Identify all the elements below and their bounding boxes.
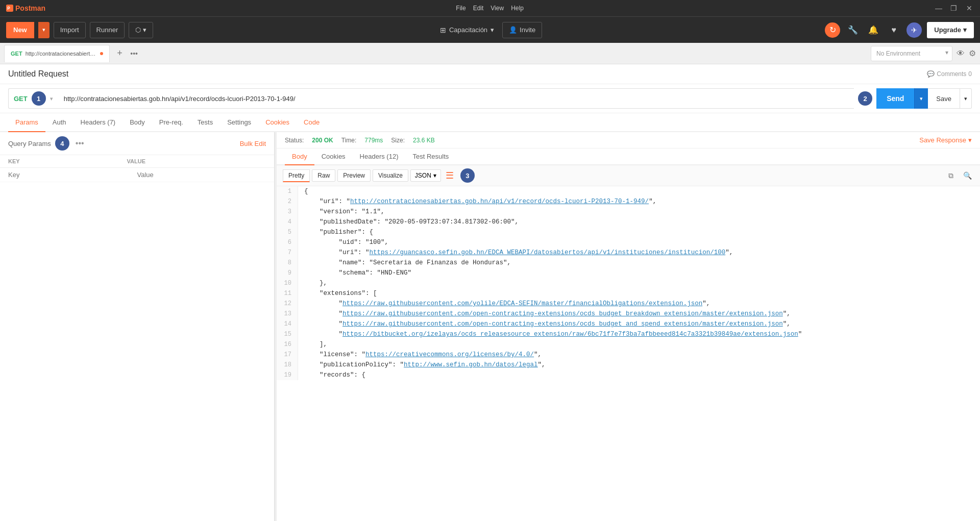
params-more-button[interactable]: •••: [74, 139, 86, 148]
code-line: 1{: [277, 186, 980, 196]
menu-edit[interactable]: Edit: [473, 5, 484, 12]
toolbar: New ▾ Import Runner ⬡ ▾ ⊞ Capacitación ▾…: [0, 16, 980, 43]
resp-tab-test-results[interactable]: Test Results: [405, 148, 456, 165]
code-line: 4 "publishedDate": "2020-05-09T23:07:34.…: [277, 217, 980, 227]
params-header-row: KEY VALUE: [0, 155, 274, 168]
send-button[interactable]: Send: [876, 88, 914, 109]
maximize-button[interactable]: ❐: [949, 4, 959, 12]
json-url-link[interactable]: http://www.sefin.gob.hn/datos/legal: [404, 361, 538, 368]
response-status: Status: 200 OK Time: 779ms Size: 23.6 KB…: [277, 132, 980, 148]
format-visualize-button[interactable]: Visualize: [373, 169, 408, 182]
save-dropdown-button[interactable]: ▾: [960, 88, 972, 109]
copy-button[interactable]: ⧉: [944, 169, 958, 182]
resp-tab-cookies[interactable]: Cookies: [314, 148, 353, 165]
tab-params[interactable]: Params: [8, 113, 45, 132]
runner-button[interactable]: Runner: [90, 22, 125, 38]
workspace-button[interactable]: ⊞ Capacitación ▾: [436, 24, 498, 36]
comments-label: Comments: [937, 70, 966, 78]
code-line: 6 "uid": "100",: [277, 237, 980, 247]
upgrade-chevron-icon: ▾: [963, 26, 967, 34]
close-button[interactable]: ✕: [965, 4, 974, 12]
line-content: "extensions": [: [298, 288, 980, 299]
line-number: 7: [277, 247, 298, 258]
invite-button[interactable]: 👤 Invite: [502, 22, 542, 38]
upgrade-button[interactable]: Upgrade ▾: [927, 22, 974, 38]
tab-code[interactable]: Code: [297, 113, 327, 132]
toolbar-right: ↻ 🔧 🔔 ♥ ✈ Upgrade ▾: [825, 22, 974, 38]
line-number: 14: [277, 319, 298, 329]
method-selector[interactable]: GET 1 ▾: [8, 88, 58, 109]
value-input[interactable]: [137, 171, 266, 179]
bulk-edit-button[interactable]: Bulk Edit: [240, 140, 266, 147]
line-content: "https://bitbucket.org/izelayas/ocds_rel…: [298, 329, 980, 339]
user-avatar-button[interactable]: ✈: [906, 22, 922, 38]
save-response-button[interactable]: Save Response ▾: [919, 136, 972, 144]
tab-body[interactable]: Body: [122, 113, 152, 132]
import-button[interactable]: Import: [54, 22, 86, 38]
tab-headers[interactable]: Headers (7): [74, 113, 123, 132]
tab-settings[interactable]: Settings: [220, 113, 258, 132]
code-area[interactable]: 1{2 "uri": "http://contratacionesabierta…: [277, 186, 980, 521]
env-dropdown[interactable]: No Environment: [871, 46, 952, 61]
json-selector[interactable]: JSON ▾: [410, 169, 441, 182]
format-raw-button[interactable]: Raw: [312, 169, 335, 182]
query-params-header: Query Params 4 ••• Bulk Edit: [0, 132, 274, 155]
format-icon-button[interactable]: ☰: [443, 169, 456, 182]
method-label: GET: [14, 95, 28, 103]
resp-tab-headers[interactable]: Headers (12): [353, 148, 406, 165]
json-url-link[interactable]: https://raw.githubusercontent.com/open-c…: [342, 320, 783, 328]
request-title: Untitled Request: [8, 69, 68, 79]
code-line: 14 "https://raw.githubusercontent.com/op…: [277, 319, 980, 329]
send-dropdown-button[interactable]: ▾: [914, 88, 928, 109]
key-input[interactable]: [8, 171, 137, 179]
tab-prereq[interactable]: Pre-req.: [152, 113, 190, 132]
code-line: 13 "https://raw.githubusercontent.com/op…: [277, 309, 980, 319]
line-content: "https://raw.githubusercontent.com/open-…: [298, 319, 980, 329]
minimize-button[interactable]: —: [934, 4, 943, 12]
json-url-link[interactable]: https://creativecommons.org/licenses/by/…: [365, 351, 534, 358]
request-tab[interactable]: GET http://contratacionesabiertas.g...: [4, 45, 110, 62]
menu-view[interactable]: View: [491, 5, 504, 12]
sync-button[interactable]: ↻: [825, 22, 840, 38]
json-url-link[interactable]: http://contratacionesabiertas.gob.hn/api…: [350, 198, 649, 205]
tab-modified-dot: [100, 52, 103, 55]
menu-file[interactable]: File: [456, 5, 465, 12]
status-label: Status:: [285, 137, 304, 144]
env-settings-button[interactable]: ⚙: [969, 48, 976, 58]
heart-button[interactable]: ♥: [886, 22, 901, 38]
json-url-link[interactable]: https://raw.githubusercontent.com/open-c…: [342, 310, 783, 317]
badge-3: 3: [460, 168, 475, 183]
json-url-link[interactable]: https://raw.githubusercontent.com/yolile…: [342, 300, 702, 307]
json-url-link[interactable]: https://guancasco.sefin.gob.hn/EDCA_WEBA…: [370, 249, 726, 256]
resp-tab-body[interactable]: Body: [285, 148, 314, 165]
line-content: "records": {: [298, 370, 980, 380]
workspace-label: Capacitación: [449, 26, 487, 34]
code-line: 8 "name": "Secretaria de Finanzas de Hon…: [277, 258, 980, 268]
comments-button[interactable]: 💬 Comments 0: [927, 70, 972, 78]
url-input[interactable]: [58, 88, 854, 109]
tab-method: GET: [11, 51, 22, 57]
fork-button[interactable]: ⬡ ▾: [129, 22, 153, 38]
more-tabs-button[interactable]: •••: [128, 47, 140, 60]
line-content: },: [298, 278, 980, 288]
line-number: 13: [277, 309, 298, 319]
line-content: "https://raw.githubusercontent.com/yolil…: [298, 299, 980, 309]
new-button[interactable]: New: [6, 22, 34, 38]
menu-help[interactable]: Help: [511, 5, 524, 12]
search-button[interactable]: 🔍: [961, 169, 974, 182]
json-url-link[interactable]: https://bitbucket.org/izelayas/ocds_rele…: [342, 331, 798, 338]
bell-button[interactable]: 🔔: [866, 22, 881, 38]
new-dropdown-button[interactable]: ▾: [38, 22, 50, 38]
tab-cookies[interactable]: Cookies: [258, 113, 297, 132]
env-eye-button[interactable]: 👁: [957, 49, 965, 58]
format-pretty-button[interactable]: Pretty: [283, 169, 310, 182]
tab-auth[interactable]: Auth: [45, 113, 74, 132]
save-button[interactable]: Save: [928, 88, 960, 109]
wrench-button[interactable]: 🔧: [845, 22, 861, 38]
json-chevron-icon: ▾: [433, 172, 436, 179]
add-tab-button[interactable]: +: [114, 47, 126, 60]
line-number: 8: [277, 258, 298, 268]
format-preview-button[interactable]: Preview: [337, 169, 371, 182]
tab-tests[interactable]: Tests: [190, 113, 220, 132]
titlebar-menus: File Edit View Help: [456, 5, 524, 12]
